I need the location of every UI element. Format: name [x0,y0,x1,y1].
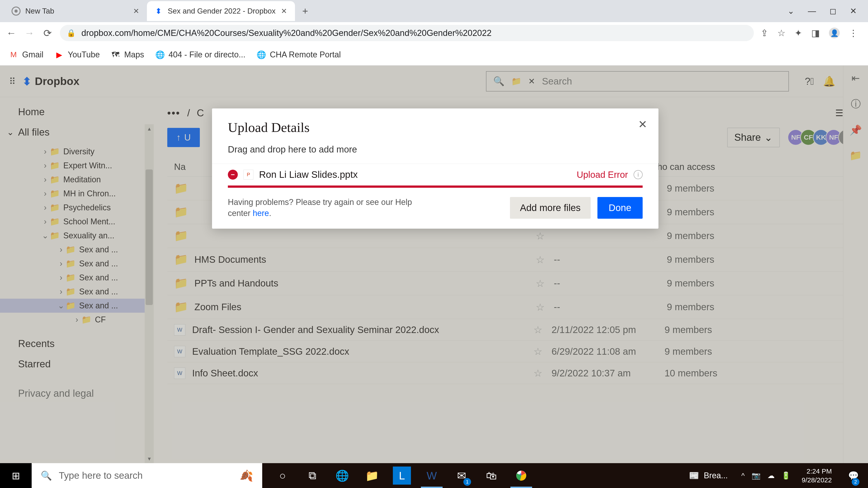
error-icon: − [228,170,238,180]
word-icon[interactable]: W [418,463,445,488]
edge-icon[interactable]: 🌐 [329,463,356,488]
upload-error-text: Upload Error [577,170,628,180]
modal-title: Upload Details [228,120,643,135]
bookmarks-bar: M Gmail ▶ YouTube 🗺 Maps 🌐 404 - File or… [0,44,868,66]
close-tab-icon[interactable]: ✕ [280,7,288,15]
maps-icon: 🗺 [111,50,120,59]
system-tray: ^ 📷 ☁ 🔋 [741,471,790,480]
news-icon: 📰 [689,471,699,480]
help-link[interactable]: here [253,208,269,218]
forward-button[interactable]: → [24,27,35,39]
mail-icon[interactable]: ✉1 [448,463,475,488]
maximize-icon[interactable]: ◻ [830,6,836,16]
modal-footer: Having problems? Please try again or see… [212,188,658,229]
start-button[interactable]: ⊞ [0,463,32,488]
youtube-icon: ▶ [55,50,64,59]
mail-badge: 1 [463,478,471,486]
cortana-icon[interactable]: ○ [269,463,296,488]
close-modal-button[interactable]: ✕ [636,118,649,131]
task-view-icon[interactable]: ⧉ [299,463,326,488]
taskbar-apps: ○ ⧉ 🌐 📁 L W ✉1 🛍 [269,463,535,488]
windows-taskbar: ⊞ 🔍 Type here to search 🍂 ○ ⧉ 🌐 📁 L W ✉1… [0,463,868,488]
battery-icon[interactable]: 🔋 [781,471,790,480]
taskbar-clock[interactable]: 2:24 PM 9/28/2022 [797,467,836,484]
notif-badge: 2 [852,478,860,486]
globe-icon: 🌐 [257,50,266,59]
star-icon[interactable]: ☆ [777,28,785,38]
window-controls: ⌄ — ◻ ✕ [787,6,868,16]
modal-header: Upload Details ✕ [212,108,658,140]
upload-item: − P Ron Li Liaw Slides.pptx Upload Error… [212,164,658,186]
store-icon[interactable]: 🛍 [478,463,505,488]
address-bar[interactable]: 🔒 dropbox.com/home/CME/CHA%20Courses/Sex… [60,25,754,41]
info-icon[interactable]: i [633,170,643,179]
globe-icon: 🌐 [156,50,164,59]
dropbox-icon: ⬍ [154,6,163,16]
chrome-icon [11,6,21,16]
bookmark-404[interactable]: 🌐 404 - File or directo... [156,50,246,59]
tab-bar: New Tab ✕ ⬍ Sex and Gender 2022 - Dropbo… [0,0,868,22]
browser-tab-newtab[interactable]: New Tab ✕ [4,1,147,21]
chrome-icon[interactable] [508,463,535,488]
share-icon[interactable]: ⇪ [761,28,768,38]
taskbar-search-placeholder: Type here to search [59,470,143,481]
svg-point-1 [14,9,18,13]
tray-chevron-icon[interactable]: ^ [741,471,745,480]
reload-button[interactable]: ⟳ [42,27,53,39]
back-button[interactable]: ← [6,27,17,39]
taskbar-search[interactable]: 🔍 Type here to search 🍂 [32,463,262,488]
search-decoration-icon: 🍂 [240,469,253,482]
upload-progress-bar [228,186,643,188]
action-center-icon[interactable]: 💬2 [843,463,864,488]
profile-icon[interactable]: 👤 [829,28,840,38]
sidepanel-icon[interactable]: ◨ [811,28,820,38]
bookmark-gmail[interactable]: M Gmail [9,50,43,59]
file-explorer-icon[interactable]: 📁 [359,463,385,488]
bookmark-youtube[interactable]: ▶ YouTube [55,50,100,59]
browser-tab-dropbox[interactable]: ⬍ Sex and Gender 2022 - Dropbox ✕ [147,1,295,21]
minimize-icon[interactable]: — [808,6,816,16]
bookmark-cha[interactable]: 🌐 CHA Remote Portal [257,50,341,59]
url-bar: ← → ⟳ 🔒 dropbox.com/home/CME/CHA%20Cours… [0,22,868,44]
app-l-icon[interactable]: L [393,466,411,485]
news-widget[interactable]: 📰 Brea... [682,471,735,480]
new-tab-button[interactable]: + [297,3,313,19]
close-tab-icon[interactable]: ✕ [132,7,140,15]
tab-label: New Tab [25,7,127,15]
onedrive-icon[interactable]: ☁ [767,471,775,480]
search-icon: 🔍 [41,470,52,481]
dropbox-app: ⠿ ⬍ Dropbox 🔍 📁 ✕ ?⃝ 🔔 NF Home All files… [0,66,868,463]
browser-chrome: New Tab ✕ ⬍ Sex and Gender 2022 - Dropbo… [0,0,868,66]
add-more-files-button[interactable]: Add more files [510,197,590,219]
tabs-dropdown-icon[interactable]: ⌄ [787,6,794,16]
upload-filename: Ron Li Liaw Slides.pptx [259,169,571,180]
extensions-icon[interactable]: ✦ [795,28,802,38]
done-button[interactable]: Done [597,197,643,219]
upload-details-modal: Upload Details ✕ Drag and drop here to a… [212,108,658,229]
url-actions: ⇪ ☆ ✦ ◨ 👤 ⋮ [761,28,862,38]
menu-icon[interactable]: ⋮ [849,28,858,38]
taskbar-right: 📰 Brea... ^ 📷 ☁ 🔋 2:24 PM 9/28/2022 💬2 [682,463,868,488]
powerpoint-icon: P [243,170,253,180]
bookmark-maps[interactable]: 🗺 Maps [111,50,144,59]
gmail-icon: M [9,50,18,59]
close-window-icon[interactable]: ✕ [850,6,857,16]
tab-label: Sex and Gender 2022 - Dropbox [168,7,276,15]
lock-icon: 🔒 [67,29,76,37]
meet-now-icon[interactable]: 📷 [752,471,761,480]
url-text: dropbox.com/home/CME/CHA%20Courses/Sexua… [81,28,747,38]
help-text: Having problems? Please try again or see… [228,197,431,219]
modal-subtitle: Drag and drop here to add more [212,140,658,164]
